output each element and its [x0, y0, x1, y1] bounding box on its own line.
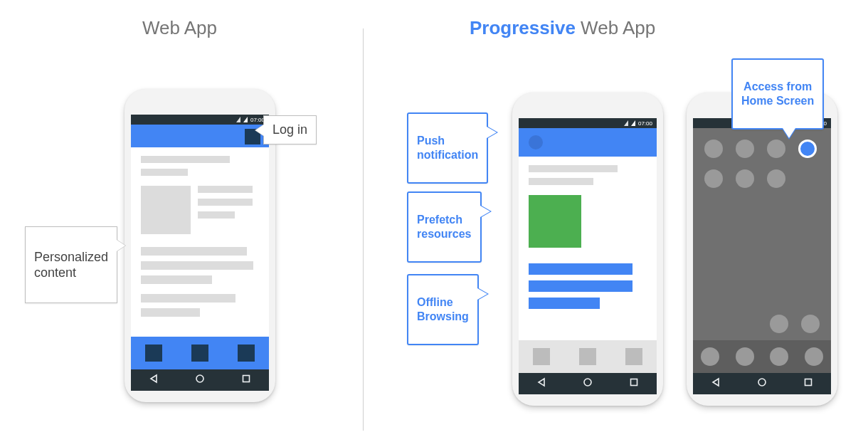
- nav-back-icon: [711, 377, 721, 390]
- callout-offline: Offline Browsing: [407, 274, 479, 345]
- tab-item: [145, 345, 162, 362]
- title-pwa-rest: Web App: [576, 17, 655, 38]
- svg-rect-3: [630, 379, 637, 386]
- wifi-icon: [243, 117, 248, 122]
- tab-item: [533, 348, 550, 365]
- svg-rect-5: [805, 379, 811, 386]
- app-icon-placeholder: [704, 169, 723, 188]
- app-icon-placeholder: [767, 140, 785, 158]
- content-area: [131, 147, 269, 317]
- content-area: [519, 157, 657, 309]
- title-web-app: Web App: [142, 17, 217, 39]
- phone-screen: 07:00: [519, 118, 657, 373]
- tab-item: [191, 345, 208, 362]
- svg-point-2: [584, 379, 591, 386]
- app-icon-placeholder: [736, 140, 754, 158]
- home-wallpaper: [693, 128, 831, 373]
- tab-item: [238, 345, 255, 362]
- android-nav-bar: [693, 373, 831, 394]
- dock-icon-placeholder: [805, 347, 823, 366]
- dock-icon-placeholder: [736, 347, 754, 366]
- callout-offline-label: Offline Browsing: [417, 296, 469, 322]
- callout-push-label: Push notification: [417, 135, 478, 161]
- phone-screen: 07:00: [693, 118, 831, 373]
- notification-dot-icon: [529, 135, 543, 149]
- signal-icon: [236, 117, 240, 122]
- callout-prefetch: Prefetch resources: [407, 191, 482, 263]
- phone-pwa-app: 07:00: [512, 93, 663, 406]
- app-header: [131, 125, 269, 147]
- nav-home-icon: [195, 374, 205, 386]
- app-icon-placeholder: [704, 140, 723, 158]
- nav-back-icon: [536, 377, 546, 390]
- offline-bar: [529, 280, 633, 292]
- nav-recent-icon: [629, 377, 639, 390]
- callout-login-label: Log in: [272, 122, 307, 137]
- svg-point-4: [758, 379, 766, 386]
- nav-home-icon: [757, 377, 767, 390]
- vertical-divider: [363, 28, 364, 431]
- callout-homescreen: Access from Home Screen: [731, 58, 824, 130]
- prefetched-asset-icon: [529, 195, 581, 248]
- dock-icon-placeholder: [701, 347, 719, 366]
- bottom-tabs: [131, 337, 269, 369]
- nav-back-icon: [149, 374, 159, 386]
- svg-point-0: [196, 375, 203, 382]
- offline-bar: [529, 298, 600, 309]
- phone-web-app: 07:00: [125, 89, 275, 402]
- status-bar: 07:00: [131, 115, 269, 125]
- offline-bar: [529, 263, 633, 275]
- phone-home-screen: 07:00: [687, 93, 837, 406]
- callout-personalized-label: Personalized content: [34, 250, 108, 280]
- android-nav-bar: [519, 373, 657, 394]
- app-icon-placeholder: [736, 169, 754, 188]
- tab-item: [625, 348, 642, 365]
- nav-home-icon: [583, 377, 593, 390]
- callout-push: Push notification: [407, 112, 488, 184]
- wifi-icon: [631, 120, 635, 126]
- signal-icon: [624, 120, 628, 126]
- app-header: [519, 128, 657, 157]
- callout-login: Log in: [263, 115, 317, 144]
- callout-prefetch-label: Prefetch resources: [417, 214, 472, 240]
- svg-rect-1: [243, 376, 249, 382]
- pwa-home-icon: [798, 140, 817, 158]
- nav-recent-icon: [803, 377, 813, 390]
- status-time: 07:00: [638, 120, 652, 127]
- android-nav-bar: [131, 369, 269, 391]
- title-pwa-highlight: Progressive: [470, 17, 576, 38]
- dock-icon-placeholder: [770, 347, 788, 366]
- app-icon-placeholder: [767, 169, 785, 188]
- callout-personalized: Personalized content: [25, 226, 117, 303]
- home-dock: [693, 340, 831, 373]
- bottom-tabs: [519, 340, 657, 373]
- phone-screen: 07:00: [131, 115, 269, 369]
- status-time: 07:00: [250, 117, 265, 123]
- app-icon-placeholder: [801, 315, 820, 333]
- status-bar: 07:00: [519, 118, 657, 128]
- callout-homescreen-label: Access from Home Screen: [741, 80, 814, 107]
- tab-item: [579, 348, 596, 365]
- app-icon-placeholder: [770, 315, 788, 333]
- title-pwa: Progressive Web App: [470, 17, 655, 39]
- nav-recent-icon: [241, 374, 251, 386]
